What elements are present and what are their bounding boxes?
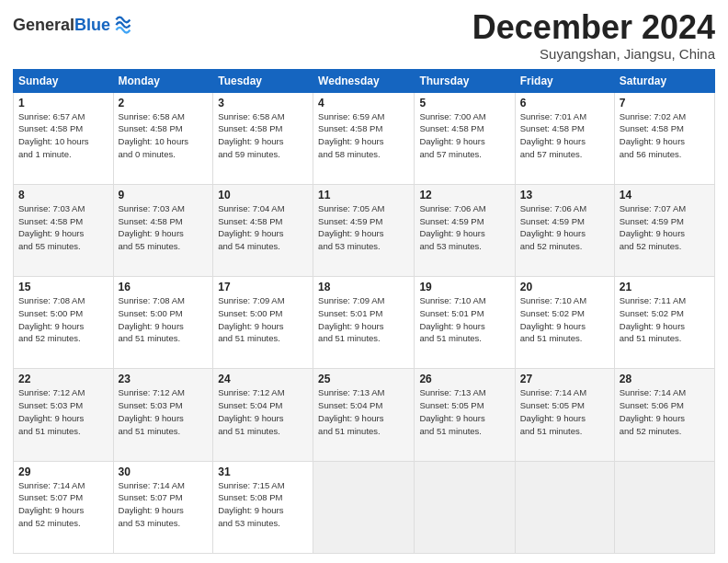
day-cell: 16Sunrise: 7:08 AMSunset: 5:00 PMDayligh… [113, 277, 213, 369]
day-number: 31 [218, 465, 308, 478]
logo-blue: Blue [74, 16, 110, 34]
day-cell: 19Sunrise: 7:10 AMSunset: 5:01 PMDayligh… [415, 277, 515, 369]
day-number: 11 [318, 189, 409, 201]
day-number: 16 [119, 281, 209, 293]
week-row-4: 22Sunrise: 7:12 AMSunset: 5:03 PMDayligh… [14, 369, 715, 461]
calendar-table: SundayMondayTuesdayWednesdayThursdayFrid… [13, 69, 715, 554]
week-row-1: 1Sunrise: 6:57 AMSunset: 4:58 PMDaylight… [14, 92, 715, 184]
day-cell: 2Sunrise: 6:58 AMSunset: 4:58 PMDaylight… [113, 92, 213, 184]
day-info: Sunrise: 7:12 AMSunset: 5:04 PMDaylight:… [218, 386, 308, 437]
weekday-header-tuesday: Tuesday [213, 69, 313, 92]
day-number: 27 [520, 373, 609, 385]
day-number: 5 [419, 97, 509, 109]
day-number: 15 [18, 281, 108, 293]
weekday-header-saturday: Saturday [614, 69, 714, 92]
day-info: Sunrise: 7:00 AMSunset: 4:58 PMDaylight:… [419, 110, 509, 161]
day-info: Sunrise: 7:14 AMSunset: 5:06 PMDaylight:… [620, 386, 710, 437]
day-cell: 1Sunrise: 6:57 AMSunset: 4:58 PMDaylight… [14, 92, 114, 184]
location: Suyangshan, Jiangsu, China [472, 46, 715, 62]
day-info: Sunrise: 7:04 AMSunset: 4:58 PMDaylight:… [218, 202, 308, 253]
day-number: 20 [520, 281, 609, 293]
day-number: 10 [218, 189, 308, 201]
day-cell: 23Sunrise: 7:12 AMSunset: 5:03 PMDayligh… [113, 369, 213, 461]
day-cell [614, 461, 714, 553]
day-info: Sunrise: 6:58 AMSunset: 4:58 PMDaylight:… [218, 110, 308, 161]
day-info: Sunrise: 6:58 AMSunset: 4:58 PMDaylight:… [119, 110, 209, 161]
day-cell: 21Sunrise: 7:11 AMSunset: 5:02 PMDayligh… [614, 277, 714, 369]
day-number: 29 [18, 465, 108, 478]
day-cell: 24Sunrise: 7:12 AMSunset: 5:04 PMDayligh… [213, 369, 313, 461]
day-cell: 27Sunrise: 7:14 AMSunset: 5:05 PMDayligh… [515, 369, 614, 461]
day-info: Sunrise: 7:14 AMSunset: 5:07 PMDaylight:… [119, 479, 209, 530]
day-number: 13 [520, 189, 609, 201]
day-cell: 4Sunrise: 6:59 AMSunset: 4:58 PMDaylight… [313, 92, 415, 184]
day-info: Sunrise: 7:10 AMSunset: 5:01 PMDaylight:… [419, 294, 509, 345]
day-info: Sunrise: 7:12 AMSunset: 5:03 PMDaylight:… [119, 386, 209, 437]
day-cell: 13Sunrise: 7:06 AMSunset: 4:59 PMDayligh… [515, 184, 614, 276]
day-number: 9 [119, 189, 209, 201]
day-cell: 31Sunrise: 7:15 AMSunset: 5:08 PMDayligh… [213, 461, 313, 553]
day-cell: 22Sunrise: 7:12 AMSunset: 5:03 PMDayligh… [14, 369, 114, 461]
day-cell: 8Sunrise: 7:03 AMSunset: 4:58 PMDaylight… [14, 184, 114, 276]
day-info: Sunrise: 7:07 AMSunset: 4:59 PMDaylight:… [620, 202, 710, 253]
week-row-3: 15Sunrise: 7:08 AMSunset: 5:00 PMDayligh… [14, 277, 715, 369]
day-cell: 25Sunrise: 7:13 AMSunset: 5:04 PMDayligh… [313, 369, 415, 461]
day-cell: 6Sunrise: 7:01 AMSunset: 4:58 PMDaylight… [515, 92, 614, 184]
day-info: Sunrise: 7:11 AMSunset: 5:02 PMDaylight:… [620, 294, 710, 345]
day-cell [415, 461, 515, 553]
day-number: 7 [620, 97, 710, 109]
day-number: 14 [620, 189, 710, 201]
day-cell: 7Sunrise: 7:02 AMSunset: 4:58 PMDaylight… [614, 92, 714, 184]
day-number: 24 [218, 373, 308, 385]
day-info: Sunrise: 7:08 AMSunset: 5:00 PMDaylight:… [18, 294, 108, 345]
day-number: 19 [419, 281, 509, 293]
logo: GeneralBlue [13, 13, 131, 39]
calendar-page: GeneralBlue December 2024 Suyangshan, Ji… [0, 0, 728, 563]
weekday-header-wednesday: Wednesday [313, 69, 415, 92]
day-cell: 14Sunrise: 7:07 AMSunset: 4:59 PMDayligh… [614, 184, 714, 276]
day-info: Sunrise: 7:03 AMSunset: 4:58 PMDaylight:… [18, 202, 108, 253]
day-cell [515, 461, 614, 553]
day-number: 2 [119, 97, 209, 109]
day-number: 22 [18, 373, 108, 385]
day-cell: 11Sunrise: 7:05 AMSunset: 4:59 PMDayligh… [313, 184, 415, 276]
day-cell: 18Sunrise: 7:09 AMSunset: 5:01 PMDayligh… [313, 277, 415, 369]
day-info: Sunrise: 7:14 AMSunset: 5:05 PMDaylight:… [520, 386, 609, 437]
weekday-header-sunday: Sunday [14, 69, 114, 92]
title-area: December 2024 Suyangshan, Jiangsu, China [472, 9, 715, 62]
day-info: Sunrise: 7:06 AMSunset: 4:59 PMDaylight:… [520, 202, 609, 253]
day-info: Sunrise: 7:13 AMSunset: 5:05 PMDaylight:… [419, 386, 509, 437]
day-number: 12 [419, 189, 509, 201]
day-number: 18 [318, 281, 409, 293]
day-info: Sunrise: 7:02 AMSunset: 4:58 PMDaylight:… [620, 110, 710, 161]
day-info: Sunrise: 7:01 AMSunset: 4:58 PMDaylight:… [520, 110, 609, 161]
day-number: 6 [520, 97, 609, 109]
day-cell: 10Sunrise: 7:04 AMSunset: 4:58 PMDayligh… [213, 184, 313, 276]
day-cell: 28Sunrise: 7:14 AMSunset: 5:06 PMDayligh… [614, 369, 714, 461]
day-number: 8 [18, 189, 108, 201]
week-row-2: 8Sunrise: 7:03 AMSunset: 4:58 PMDaylight… [14, 184, 715, 276]
day-number: 4 [318, 97, 409, 109]
day-cell [313, 461, 415, 553]
logo-wave-icon [112, 13, 131, 39]
weekday-header-friday: Friday [515, 69, 614, 92]
day-number: 21 [620, 281, 710, 293]
week-row-5: 29Sunrise: 7:14 AMSunset: 5:07 PMDayligh… [14, 461, 715, 553]
logo-general: General [13, 16, 74, 34]
day-number: 3 [218, 97, 308, 109]
month-title: December 2024 [472, 9, 715, 46]
weekday-header-monday: Monday [113, 69, 213, 92]
day-number: 25 [318, 373, 409, 385]
weekday-header-row: SundayMondayTuesdayWednesdayThursdayFrid… [14, 69, 715, 92]
header: GeneralBlue December 2024 Suyangshan, Ji… [13, 9, 715, 62]
day-info: Sunrise: 7:14 AMSunset: 5:07 PMDaylight:… [18, 479, 108, 530]
day-info: Sunrise: 7:03 AMSunset: 4:58 PMDaylight:… [119, 202, 209, 253]
day-cell: 5Sunrise: 7:00 AMSunset: 4:58 PMDaylight… [415, 92, 515, 184]
day-number: 26 [419, 373, 509, 385]
day-number: 28 [620, 373, 710, 385]
day-cell: 30Sunrise: 7:14 AMSunset: 5:07 PMDayligh… [113, 461, 213, 553]
day-number: 30 [119, 465, 209, 478]
day-info: Sunrise: 7:08 AMSunset: 5:00 PMDaylight:… [119, 294, 209, 345]
day-cell: 12Sunrise: 7:06 AMSunset: 4:59 PMDayligh… [415, 184, 515, 276]
day-number: 23 [119, 373, 209, 385]
